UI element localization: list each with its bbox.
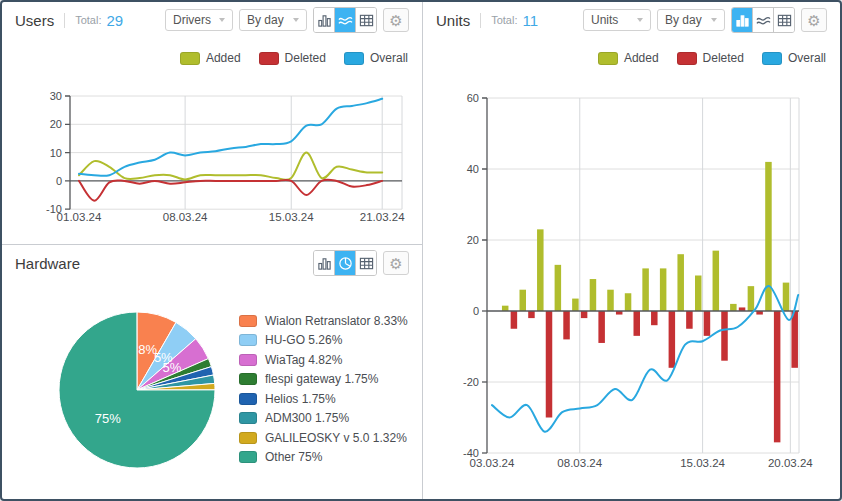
users-controls: Drivers By day [165, 7, 409, 33]
hardware-header: Hardware [2, 245, 422, 281]
svg-text:0: 0 [56, 175, 62, 187]
svg-text:0: 0 [473, 305, 479, 317]
users-period-select[interactable]: By day [239, 9, 307, 31]
legend-item-wialon-retranslator[interactable]: Wialon Retranslator 8.33% [239, 311, 408, 331]
line-chart-mode-button[interactable] [753, 8, 774, 32]
users-view-mode-group [313, 7, 377, 33]
svg-text:08.03.24: 08.03.24 [557, 457, 602, 469]
table-icon [359, 13, 374, 28]
users-type-select[interactable]: Drivers [165, 9, 233, 31]
legend-item-added[interactable]: Added [598, 51, 659, 65]
legend-item-galileosky-v-5-0[interactable]: GALILEOSKY v 5.0 1.32% [239, 428, 408, 448]
header-divider [480, 13, 481, 28]
chevron-down-icon [637, 18, 643, 22]
svg-text:10: 10 [50, 147, 62, 159]
svg-text:21.03.24: 21.03.24 [360, 211, 405, 223]
legend-swatch [239, 451, 257, 463]
svg-text:08.03.24: 08.03.24 [163, 211, 208, 223]
table-mode-button[interactable] [356, 8, 376, 32]
units-type-select-value: Units [591, 13, 618, 27]
legend-label: GALILEOSKY v 5.0 1.32% [265, 431, 407, 445]
users-total-label: Total: [75, 14, 101, 26]
chevron-down-icon [711, 18, 717, 22]
legend-swatch [259, 52, 279, 65]
header-divider [64, 13, 65, 28]
users-total-value: 29 [106, 12, 123, 29]
svg-text:-20: -20 [463, 376, 479, 388]
legend-label: WiaTag 4.82% [265, 353, 342, 367]
users-type-select-value: Drivers [173, 13, 211, 27]
table-icon [359, 256, 374, 271]
svg-text:03.03.24: 03.03.24 [470, 457, 515, 469]
legend-item-wiatag[interactable]: WiaTag 4.82% [239, 350, 408, 370]
legend-item-added[interactable]: Added [180, 51, 241, 65]
legend-item-adm300[interactable]: ADM300 1.75% [239, 409, 408, 429]
page-title-units: Units [436, 12, 470, 29]
svg-text:30: 30 [50, 90, 62, 102]
legend-label: Overall [370, 51, 408, 65]
legend-swatch [598, 52, 618, 65]
units-period-select[interactable]: By day [657, 9, 725, 31]
svg-text:20: 20 [467, 234, 479, 246]
svg-text:40: 40 [467, 163, 479, 175]
line-chart-icon [756, 13, 771, 28]
chevron-down-icon [293, 18, 299, 22]
legend-swatch [677, 52, 697, 65]
legend-item-hu-go[interactable]: HU-GO 5.26% [239, 331, 408, 351]
legend-item-other[interactable]: Other 75% [239, 448, 408, 468]
bar-chart-mode-button[interactable] [732, 8, 753, 32]
legend-swatch [344, 52, 364, 65]
hardware-settings-button[interactable]: ⚙ [383, 251, 409, 275]
svg-text:5%: 5% [163, 360, 182, 375]
line-chart-icon [338, 13, 353, 28]
legend-item-overall[interactable]: Overall [762, 51, 826, 65]
table-mode-button[interactable] [774, 8, 794, 32]
units-period-select-value: By day [665, 13, 702, 27]
svg-text:15.03.24: 15.03.24 [680, 457, 725, 469]
hardware-view-mode-group [313, 250, 377, 276]
hardware-controls: ⚙ [313, 250, 409, 276]
legend-label: Other 75% [265, 450, 322, 464]
line-chart-mode-button[interactable] [335, 8, 356, 32]
hardware-pie-chart: 8%5%5%75% [2, 285, 232, 499]
right-column: Units Total: 11 Units By day [423, 2, 840, 499]
legend-label: Wialon Retranslator 8.33% [265, 314, 408, 328]
gear-icon: ⚙ [807, 13, 820, 28]
units-settings-button[interactable]: ⚙ [801, 8, 827, 32]
gear-icon: ⚙ [389, 13, 402, 28]
bar-chart-icon [735, 13, 750, 28]
units-bar-chart: 6040200-20-4003.03.2408.03.2415.03.2420.… [423, 68, 840, 480]
panel-units: Units Total: 11 Units By day [423, 2, 840, 499]
table-mode-button[interactable] [356, 251, 376, 275]
legend-label: Helios 1.75% [265, 392, 336, 406]
users-settings-button[interactable]: ⚙ [383, 8, 409, 32]
bar-chart-mode-button[interactable] [314, 251, 335, 275]
svg-text:20.03.24: 20.03.24 [768, 457, 813, 469]
pie-chart-mode-button[interactable] [335, 251, 356, 275]
svg-text:60: 60 [467, 92, 479, 104]
legend-item-helios[interactable]: Helios 1.75% [239, 389, 408, 409]
legend-label: HU-GO 5.26% [265, 333, 342, 347]
table-icon [777, 13, 792, 28]
dashboard-window: Users Total: 29 Drivers By day [0, 0, 842, 501]
legend-label: Overall [788, 51, 826, 65]
legend-item-deleted[interactable]: Deleted [259, 51, 326, 65]
legend-label: Deleted [285, 51, 326, 65]
units-controls: Units By day [583, 7, 827, 33]
left-column: Users Total: 29 Drivers By day [2, 2, 423, 499]
units-type-select[interactable]: Units [583, 9, 651, 31]
panel-hardware: Hardware [2, 245, 422, 499]
legend-swatch [239, 432, 257, 444]
units-total-value: 11 [522, 12, 538, 29]
legend-item-flespi-gateway[interactable]: flespi gateway 1.75% [239, 370, 408, 390]
chevron-down-icon [219, 18, 225, 22]
legend-label: Deleted [703, 51, 744, 65]
svg-text:20: 20 [50, 118, 62, 130]
pie-chart-icon [338, 256, 353, 271]
units-total-label: Total: [491, 14, 517, 26]
legend-item-deleted[interactable]: Deleted [677, 51, 744, 65]
users-header: Users Total: 29 Drivers By day [2, 2, 422, 38]
bar-chart-mode-button[interactable] [314, 8, 335, 32]
legend-swatch [239, 315, 257, 327]
legend-item-overall[interactable]: Overall [344, 51, 408, 65]
